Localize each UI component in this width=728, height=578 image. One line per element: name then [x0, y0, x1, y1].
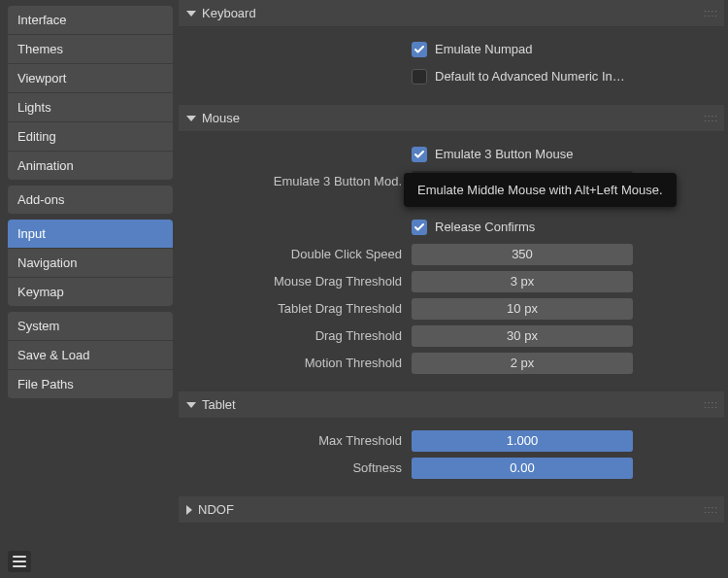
max-threshold-slider[interactable]: 1.000: [412, 430, 633, 452]
checkbox-label: Emulate 3 Button Mouse: [435, 147, 573, 161]
tablet-drag-threshold-field[interactable]: 10 px: [412, 298, 633, 320]
grip-icon: ::::: [704, 8, 718, 18]
field-label: Max Threshold: [179, 433, 412, 448]
drag-threshold-field[interactable]: 30 px: [412, 325, 633, 347]
section-title: NDOF: [198, 502, 234, 517]
sidebar-group-input: Input Navigation Keymap: [8, 220, 173, 306]
emulate-3-button-mode-dropdown[interactable]: [412, 171, 633, 192]
section-body-mouse: Emulate 3 Button Mouse Emulate 3 Button …: [179, 132, 724, 391]
sidebar-item-save-load[interactable]: Save & Load: [8, 341, 173, 370]
mouse-drag-threshold-field[interactable]: 3 px: [412, 271, 633, 292]
field-label: Drag Threshold: [179, 328, 412, 343]
softness-slider[interactable]: 0.00: [412, 458, 633, 479]
disclosure-down-icon: [186, 116, 196, 121]
sidebar-group-system: System Save & Load File Paths: [8, 312, 173, 398]
sidebar-group-general: Interface Themes Viewport Lights Editing…: [8, 6, 173, 180]
grip-icon: ::::: [704, 504, 718, 515]
sidebar-item-interface[interactable]: Interface: [8, 6, 173, 35]
sidebar-item-themes[interactable]: Themes: [8, 35, 173, 64]
hamburger-menu-icon[interactable]: [8, 551, 31, 572]
checkbox-emulate-3-button-mouse[interactable]: [412, 147, 427, 162]
sidebar-item-navigation[interactable]: Navigation: [8, 249, 173, 278]
preferences-sidebar: Interface Themes Viewport Lights Editing…: [0, 0, 179, 578]
disclosure-down-icon: [186, 11, 196, 17]
sidebar-group-addons: Add-ons: [8, 186, 173, 214]
field-label: Mouse Drag Threshold: [179, 274, 412, 289]
disclosure-down-icon: [186, 402, 196, 408]
section-body-tablet: Max Threshold 1.000 Softness 0.00: [179, 419, 724, 496]
grip-icon: ::::: [704, 399, 718, 410]
sidebar-item-keymap[interactable]: Keymap: [8, 278, 173, 306]
sidebar-item-editing[interactable]: Editing: [8, 122, 173, 152]
sidebar-item-input[interactable]: Input: [8, 220, 173, 249]
sidebar-item-system[interactable]: System: [8, 312, 173, 341]
field-label: Motion Threshold: [179, 356, 412, 370]
section-body-keyboard: Emulate Numpad Default to Advanced Numer…: [179, 27, 724, 105]
slider-value: 0.00: [412, 458, 633, 479]
section-title: Mouse: [202, 111, 240, 125]
sidebar-item-viewport[interactable]: Viewport: [8, 64, 173, 93]
field-label: Double Click Speed: [179, 247, 412, 261]
motion-threshold-field[interactable]: 2 px: [412, 353, 633, 374]
checkbox-label: Release Confirms: [435, 220, 535, 234]
checkbox-emulate-numpad[interactable]: [412, 42, 427, 57]
field-label: Softness: [179, 460, 412, 475]
sidebar-item-file-paths[interactable]: File Paths: [8, 370, 173, 398]
sidebar-item-lights[interactable]: Lights: [8, 93, 173, 122]
checkbox-default-advanced-numeric[interactable]: [412, 69, 427, 85]
section-header-tablet[interactable]: Tablet ::::: [179, 391, 724, 419]
sidebar-item-animation[interactable]: Animation: [8, 152, 173, 180]
checkbox-release-confirms[interactable]: [412, 220, 427, 235]
disclosure-right-icon: [186, 505, 192, 515]
checkbox-label: Default to Advanced Numeric In…: [435, 69, 625, 84]
section-title: Keyboard: [202, 6, 256, 20]
grip-icon: ::::: [704, 113, 718, 123]
section-header-mouse[interactable]: Mouse ::::: [179, 105, 724, 132]
preferences-main-panel: Keyboard :::: Emulate Numpad Default to …: [179, 0, 728, 578]
field-label: Tablet Drag Threshold: [179, 301, 412, 316]
section-header-ndof[interactable]: NDOF ::::: [179, 496, 724, 524]
section-title: Tablet: [202, 397, 236, 412]
double-click-speed-field[interactable]: 350: [412, 244, 633, 265]
field-label: Emulate 3 Button Mod.: [179, 174, 412, 188]
section-header-keyboard[interactable]: Keyboard ::::: [179, 0, 724, 27]
slider-value: 1.000: [412, 430, 633, 452]
checkbox-label: Emulate Numpad: [435, 42, 532, 56]
sidebar-item-addons[interactable]: Add-ons: [8, 186, 173, 214]
